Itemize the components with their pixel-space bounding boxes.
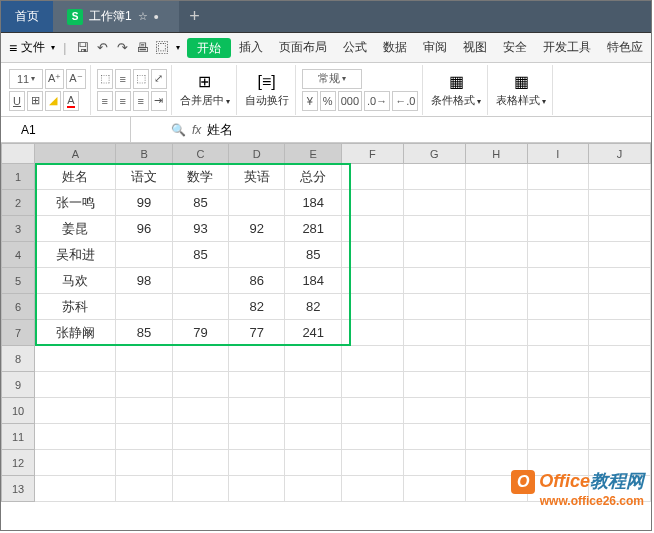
cell-C5[interactable] — [172, 268, 228, 294]
cell-D8[interactable] — [229, 346, 285, 372]
cell-I9[interactable] — [527, 372, 589, 398]
cell-H1[interactable] — [465, 164, 527, 190]
cell-G5[interactable] — [403, 268, 465, 294]
cell-I11[interactable] — [527, 424, 589, 450]
save-icon[interactable]: 🖫 — [74, 40, 90, 55]
tab-workbook[interactable]: S 工作簿1 ☆ • — [53, 1, 179, 32]
cell-E13[interactable] — [285, 476, 342, 502]
cell-A9[interactable] — [35, 372, 116, 398]
file-menu[interactable]: 文件 — [21, 39, 45, 56]
cell-F12[interactable] — [342, 450, 404, 476]
row-header-1[interactable]: 1 — [2, 164, 35, 190]
cell-F2[interactable] — [342, 190, 404, 216]
align-bottom-icon[interactable]: ⬚ — [133, 69, 149, 89]
align-right-icon[interactable]: ≡ — [133, 91, 149, 111]
cell-A8[interactable] — [35, 346, 116, 372]
column-header-E[interactable]: E — [285, 144, 342, 164]
cell-E4[interactable]: 85 — [285, 242, 342, 268]
cell-C2[interactable]: 85 — [172, 190, 228, 216]
cell-H9[interactable] — [465, 372, 527, 398]
cell-H8[interactable] — [465, 346, 527, 372]
cell-J7[interactable] — [589, 320, 651, 346]
menu-tab-start[interactable]: 开始 — [187, 38, 231, 58]
cell-I10[interactable] — [527, 398, 589, 424]
cell-C12[interactable] — [172, 450, 228, 476]
cell-E3[interactable]: 281 — [285, 216, 342, 242]
merge-center-button[interactable]: ⊞ 合并居中▾ — [174, 65, 237, 115]
row-header-12[interactable]: 12 — [2, 450, 35, 476]
row-header-6[interactable]: 6 — [2, 294, 35, 320]
cell-B3[interactable]: 96 — [116, 216, 172, 242]
cell-C1[interactable]: 数学 — [172, 164, 228, 190]
favorite-icon[interactable]: ☆ — [138, 10, 148, 23]
column-header-G[interactable]: G — [403, 144, 465, 164]
cell-G8[interactable] — [403, 346, 465, 372]
column-header-H[interactable]: H — [465, 144, 527, 164]
number-format-select[interactable]: 常规▾ — [302, 69, 362, 89]
cell-C6[interactable] — [172, 294, 228, 320]
cell-E9[interactable] — [285, 372, 342, 398]
cell-D4[interactable] — [229, 242, 285, 268]
cell-D13[interactable] — [229, 476, 285, 502]
fill-color-icon[interactable]: ◢ — [45, 91, 61, 111]
cell-J2[interactable] — [589, 190, 651, 216]
cell-B10[interactable] — [116, 398, 172, 424]
formula-input[interactable] — [207, 122, 507, 137]
cell-B5[interactable]: 98 — [116, 268, 172, 294]
menu-tab-data[interactable]: 数据 — [375, 33, 415, 62]
cell-I4[interactable] — [527, 242, 589, 268]
cell-C11[interactable] — [172, 424, 228, 450]
column-header-F[interactable]: F — [342, 144, 404, 164]
cell-D3[interactable]: 92 — [229, 216, 285, 242]
cell-B6[interactable] — [116, 294, 172, 320]
cell-D10[interactable] — [229, 398, 285, 424]
cell-G12[interactable] — [403, 450, 465, 476]
cell-F4[interactable] — [342, 242, 404, 268]
comma-icon[interactable]: 000 — [338, 91, 362, 111]
cell-F8[interactable] — [342, 346, 404, 372]
cell-E10[interactable] — [285, 398, 342, 424]
row-header-13[interactable]: 13 — [2, 476, 35, 502]
cell-H6[interactable] — [465, 294, 527, 320]
cell-H3[interactable] — [465, 216, 527, 242]
cell-J5[interactable] — [589, 268, 651, 294]
menu-tab-formula[interactable]: 公式 — [335, 33, 375, 62]
orientation-icon[interactable]: ⤢ — [151, 69, 167, 89]
cell-G10[interactable] — [403, 398, 465, 424]
border-icon[interactable]: ⊞ — [27, 91, 43, 111]
cell-D7[interactable]: 77 — [229, 320, 285, 346]
cell-G11[interactable] — [403, 424, 465, 450]
cell-A13[interactable] — [35, 476, 116, 502]
cell-I6[interactable] — [527, 294, 589, 320]
cell-A12[interactable] — [35, 450, 116, 476]
chevron-down-icon[interactable]: ▾ — [176, 43, 180, 52]
align-top-icon[interactable]: ⬚ — [97, 69, 113, 89]
name-box-input[interactable] — [21, 123, 81, 137]
cell-H7[interactable] — [465, 320, 527, 346]
cell-A3[interactable]: 姜昆 — [35, 216, 116, 242]
cell-J11[interactable] — [589, 424, 651, 450]
align-middle-icon[interactable]: ≡ — [115, 69, 131, 89]
cell-C10[interactable] — [172, 398, 228, 424]
decrease-decimal-icon[interactable]: ←.0 — [392, 91, 418, 111]
row-header-9[interactable]: 9 — [2, 372, 35, 398]
tab-home[interactable]: 首页 — [1, 1, 53, 32]
cell-D2[interactable] — [229, 190, 285, 216]
cell-C7[interactable]: 79 — [172, 320, 228, 346]
cell-B11[interactable] — [116, 424, 172, 450]
cell-A7[interactable]: 张静阚 — [35, 320, 116, 346]
increase-font-icon[interactable]: A⁺ — [45, 69, 64, 89]
cell-G3[interactable] — [403, 216, 465, 242]
cell-J4[interactable] — [589, 242, 651, 268]
cell-G4[interactable] — [403, 242, 465, 268]
cell-D6[interactable]: 82 — [229, 294, 285, 320]
cell-E7[interactable]: 241 — [285, 320, 342, 346]
cell-G13[interactable] — [403, 476, 465, 502]
tab-add-button[interactable]: + — [179, 1, 211, 32]
cell-E5[interactable]: 184 — [285, 268, 342, 294]
menu-tab-pagelayout[interactable]: 页面布局 — [271, 33, 335, 62]
font-size-select[interactable]: 11▾ — [9, 69, 43, 89]
cell-F9[interactable] — [342, 372, 404, 398]
underline-icon[interactable]: U — [9, 91, 25, 111]
menu-tab-insert[interactable]: 插入 — [231, 33, 271, 62]
